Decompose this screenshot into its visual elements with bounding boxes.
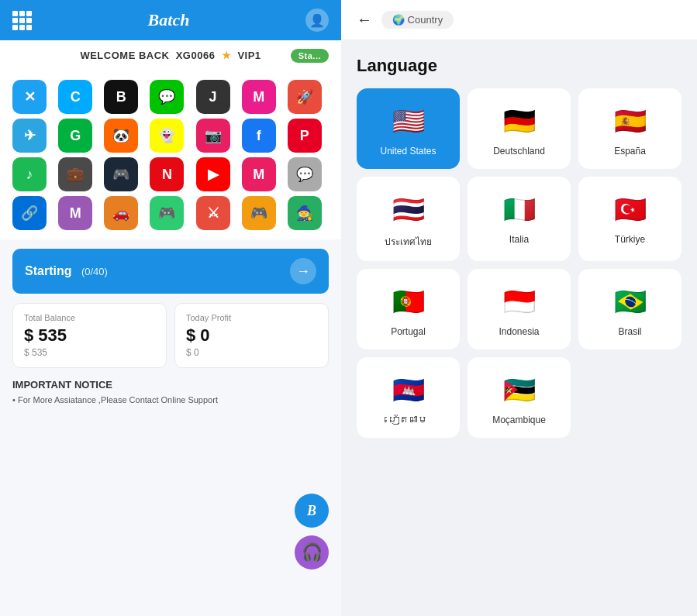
today-profit-value: $ 0 [186, 325, 317, 346]
country-flag: 🇮🇹 [499, 189, 540, 229]
country-card-brasil[interactable]: 🇧🇷Brasil [578, 269, 681, 349]
app-icon-15[interactable]: 💼 [58, 157, 92, 191]
country-flag: 🇲🇿 [499, 370, 540, 410]
starting-arrow[interactable]: → [290, 258, 316, 284]
app-icon-6[interactable]: 🚀 [288, 80, 322, 114]
back-button[interactable]: ← [357, 11, 372, 29]
app-icon-14[interactable]: ♪ [12, 157, 47, 191]
language-title: Language [357, 56, 681, 76]
app-logo: Batch [148, 10, 190, 30]
country-name: United States [380, 146, 436, 157]
country-name: វៀតណាម [389, 415, 428, 425]
country-flag: 🇩🇪 [499, 101, 540, 141]
app-icon-8[interactable]: G [58, 119, 92, 153]
country-flag: 🇮🇩 [499, 281, 540, 322]
starting-count: (0/40) [81, 266, 108, 277]
app-icon-24[interactable]: 🎮 [150, 196, 184, 230]
batch-fab-button[interactable]: B [295, 494, 329, 528]
country-flag: 🇹🇷 [610, 189, 650, 229]
right-top-bar: ← 🌍 Country [341, 0, 697, 40]
app-icon-10[interactable]: 👻 [150, 119, 184, 153]
country-name: Türkiye [615, 234, 645, 245]
country-card-türkiye[interactable]: 🇹🇷Türkiye [578, 177, 681, 261]
country-name: Brasil [618, 326, 641, 337]
starting-label: Starting [25, 264, 71, 277]
country-card-ประเทศไทย[interactable]: 🇹🇭ประเทศไทย [357, 177, 460, 261]
app-icon-3[interactable]: 💬 [150, 80, 184, 114]
app-icon-26[interactable]: 🎮 [242, 196, 276, 230]
total-balance-label: Total Balance [24, 313, 155, 322]
country-name: Italia [509, 234, 529, 245]
star-icon: ★ [222, 50, 232, 61]
country-flag: 🇵🇹 [388, 281, 429, 322]
country-card-portugal[interactable]: 🇵🇹Portugal [357, 269, 460, 349]
total-balance-card: Total Balance $ 535 $ 535 [12, 303, 167, 368]
country-flag: 🇹🇭 [388, 189, 429, 229]
app-icon-25[interactable]: ⚔ [196, 196, 230, 230]
country-flag: 🇪🇸 [610, 101, 650, 141]
username: XG0066 [176, 50, 216, 61]
language-section: Language 🇺🇸United States🇩🇪Deutschland🇪🇸E… [341, 40, 697, 446]
app-icon-19[interactable]: M [242, 157, 276, 191]
app-icon-12[interactable]: f [242, 119, 276, 153]
app-icon-20[interactable]: 💬 [288, 157, 322, 191]
app-icon-0[interactable]: ✕ [12, 80, 47, 114]
app-icon-2[interactable]: B [104, 80, 138, 114]
country-card-indonesia[interactable]: 🇮🇩Indonesia [468, 269, 571, 349]
today-profit-label: Today Profit [186, 313, 317, 322]
app-icon-9[interactable]: 🐼 [104, 119, 138, 153]
left-panel: Batch 👤 WELCOME BACK XG0066 ★ VIP1 Sta..… [0, 0, 341, 616]
country-card-deutschland[interactable]: 🇩🇪Deutschland [468, 88, 571, 169]
app-icon-17[interactable]: N [150, 157, 184, 191]
country-card-united-states[interactable]: 🇺🇸United States [357, 88, 460, 169]
notice-item: For More Assiatance ,Please Contact Onli… [12, 395, 329, 404]
country-name: España [614, 146, 646, 157]
support-fab-button[interactable]: 🎧 [295, 535, 329, 570]
country-name: Deutschland [493, 146, 545, 157]
country-name: Indonesia [499, 326, 539, 337]
welcome-text: WELCOME BACK [80, 50, 169, 61]
country-pill[interactable]: 🌍 Country [381, 11, 454, 29]
country-card--វៀតណាម[interactable]: 🇰🇭 វៀតណាម [357, 357, 460, 438]
country-grid: 🇺🇸United States🇩🇪Deutschland🇪🇸España🇹🇭ปร… [357, 88, 681, 438]
stats-row: Total Balance $ 535 $ 535 Today Profit $… [12, 303, 329, 368]
avatar-icon[interactable]: 👤 [305, 9, 329, 32]
app-icon-22[interactable]: M [58, 196, 92, 230]
app-icon-21[interactable]: 🔗 [12, 196, 47, 230]
country-name: Moçambique [492, 415, 546, 425]
right-panel: ← 🌍 Country Language 🇺🇸United States🇩🇪De… [341, 0, 697, 616]
country-flag: 🇺🇸 [388, 101, 429, 141]
total-balance-sub: $ 535 [24, 347, 155, 358]
country-flag: 🇧🇷 [610, 281, 650, 322]
app-icon-27[interactable]: 🧙 [288, 196, 322, 230]
total-balance-value: $ 535 [24, 325, 155, 346]
today-profit-card: Today Profit $ 0 $ 0 [174, 303, 329, 368]
app-icon-5[interactable]: M [242, 80, 276, 114]
app-icon-11[interactable]: 📷 [196, 119, 230, 153]
app-icon-1[interactable]: C [58, 80, 92, 114]
country-name: ประเทศไทย [385, 234, 432, 249]
app-icon-7[interactable]: ✈ [12, 119, 47, 153]
app-icon-13[interactable]: P [288, 119, 322, 153]
app-icon-16[interactable]: 🎮 [104, 157, 138, 191]
app-icon-23[interactable]: 🚗 [104, 196, 138, 230]
app-grid-section: ✕CB💬JM🚀✈G🐼👻📷fP♪💼🎮N▶M💬🔗M🚗🎮⚔🎮🧙 [0, 71, 341, 239]
app-grid: ✕CB💬JM🚀✈G🐼👻📷fP♪💼🎮N▶M💬🔗M🚗🎮⚔🎮🧙 [12, 80, 329, 230]
country-card-españa[interactable]: 🇪🇸España [578, 88, 681, 169]
app-icon-4[interactable]: J [196, 80, 230, 114]
app-icon-18[interactable]: ▶ [196, 157, 230, 191]
today-profit-sub: $ 0 [186, 347, 317, 358]
country-flag: 🇰🇭 [388, 370, 429, 410]
notice-section: IMPORTANT NOTICE For More Assiatance ,Pl… [0, 368, 341, 411]
vip-badge: VIP1 [237, 50, 261, 61]
country-card-moçambique[interactable]: 🇲🇿Moçambique [468, 357, 571, 438]
country-card-italia[interactable]: 🇮🇹Italia [468, 177, 571, 261]
app-header: Batch 👤 [0, 0, 341, 40]
menu-icon[interactable] [12, 11, 32, 30]
welcome-bar: WELCOME BACK XG0066 ★ VIP1 Sta... [0, 40, 341, 71]
status-button[interactable]: Sta... [291, 49, 329, 63]
country-name: Portugal [391, 326, 426, 337]
fab-area: B 🎧 [295, 494, 329, 570]
starting-bar[interactable]: Starting (0/40) → [12, 249, 329, 294]
notice-title: IMPORTANT NOTICE [12, 379, 329, 391]
